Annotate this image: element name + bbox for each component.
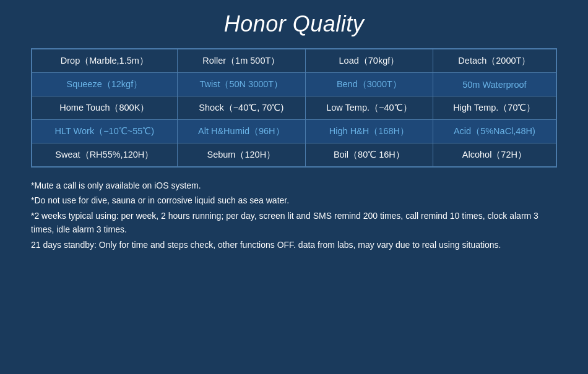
table-cell: Bend（3000T） (305, 73, 433, 96)
table-cell: Twist（50N 3000T） (177, 73, 305, 96)
table-row: Home Touch（800K）Shock（−40℃, 70℃)Low Temp… (32, 96, 556, 120)
table-cell: 50m Waterproof (433, 73, 556, 96)
page-title: Honor Quality (224, 11, 365, 37)
note-1: *Do not use for dive, sauna or in corros… (31, 193, 557, 207)
table-row: Sweat（RH55%,120H）Sebum（120H）Boil（80℃ 16H… (32, 143, 556, 168)
table-cell: Alcohol（72H） (433, 143, 556, 168)
notes-section: *Mute a call is only available on iOS sy… (31, 179, 557, 253)
table-row: HLT Work（−10℃~55℃)Alt H&Humid（96H）High H… (32, 120, 556, 143)
table-cell: Home Touch（800K） (32, 96, 177, 120)
table-row: Squeeze（12kgf）Twist（50N 3000T）Bend（3000T… (32, 73, 556, 96)
table-cell: Low Temp.（−40℃） (305, 96, 433, 120)
note-0: *Mute a call is only available on iOS sy… (31, 179, 557, 192)
table-cell: Load（70kgf） (305, 49, 433, 73)
table-cell: High H&H（168H） (305, 120, 433, 143)
table-cell: Squeeze（12kgf） (32, 73, 177, 96)
table-cell: Drop（Marble,1.5m） (32, 49, 177, 73)
table-cell: Shock（−40℃, 70℃) (177, 96, 305, 120)
table-cell: Sebum（120H） (177, 143, 305, 168)
table-cell: Detach（2000T） (433, 49, 556, 73)
table-cell: Roller（1m 500T） (177, 49, 305, 73)
table-cell: HLT Work（−10℃~55℃) (32, 120, 177, 143)
table-cell: Sweat（RH55%,120H） (32, 143, 177, 168)
note-3: 21 days standby: Only for time and steps… (31, 238, 557, 252)
table-cell: Acid（5%NaCl,48H) (433, 120, 556, 143)
table-cell: Boil（80℃ 16H） (305, 143, 433, 168)
note-2: *2 weeks typical using: per week, 2 hour… (31, 209, 557, 237)
quality-table: Drop（Marble,1.5m）Roller（1m 500T）Load（70k… (31, 48, 557, 168)
table-row: Drop（Marble,1.5m）Roller（1m 500T）Load（70k… (32, 49, 556, 73)
table-cell: High Temp.（70℃） (433, 96, 556, 120)
table-cell: Alt H&Humid（96H） (177, 120, 305, 143)
